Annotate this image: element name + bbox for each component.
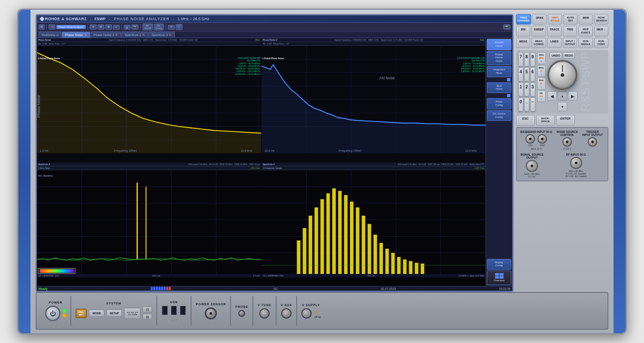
toolbar-config[interactable]: DCConfig — [154, 24, 164, 30]
num-btn-8[interactable]: 8 — [524, 52, 529, 66]
btn-arrow-up-center[interactable]: ▲ — [558, 91, 567, 101]
toolbar-star[interactable]: ★ — [105, 24, 112, 30]
softkey-pulse-config[interactable]: PulseConfig — [487, 98, 511, 109]
btn-trace[interactable]: TRACE — [547, 26, 562, 36]
toolbar-dc[interactable]: DCOn/Off — [143, 24, 153, 30]
btn-keyboard[interactable] — [124, 308, 140, 319]
num-btn-1[interactable]: 1 — [518, 82, 523, 96]
svg-rect-57 — [320, 199, 324, 276]
tab-multiview[interactable]: MultiView ⊞ — [39, 32, 61, 38]
num-btn-0[interactable]: 0 — [518, 97, 523, 111]
svg-rect-62 — [350, 202, 353, 276]
softkey-spot-noise[interactable]: SpotNoise — [487, 82, 511, 93]
btn-setup[interactable]: SETUP — [106, 310, 122, 317]
softkey-xcorr[interactable]: XCORRFactor — [487, 39, 511, 50]
btn-lines[interactable]: LINES — [547, 38, 562, 48]
spec3-swt: 2.0 µs/ — [253, 274, 260, 277]
btn-arrow-down[interactable]: ▼ — [558, 102, 567, 111]
btn-mode[interactable]: MODE — [89, 310, 104, 317]
tab-spectrum4-close[interactable]: ✕ — [169, 33, 172, 37]
btn-backspace[interactable]: BACK-SPACE — [536, 115, 555, 125]
status-bar-1 — [151, 287, 153, 290]
btn-peak-search[interactable]: PEAKSEARCH — [594, 14, 608, 24]
rotary-knob[interactable] — [547, 60, 577, 90]
tab-phase-noise-1[interactable]: Phase Noise ✕ — [62, 32, 90, 38]
softkey-pulsed[interactable]: PulsedPhaseNoise — [487, 51, 511, 65]
num-btn-minus[interactable]: − — [530, 97, 535, 111]
tab-spectrum-3[interactable]: Spectrum 3 ✕ — [122, 32, 148, 38]
fp-vsupply-controls: ⚠ +18 kg — [301, 308, 321, 319]
btn-auto-set[interactable]: AUTOSET — [563, 14, 577, 24]
svg-rect-58 — [326, 193, 330, 276]
svg-text:10.0 Hz: 10.0 Hz — [264, 149, 275, 153]
btn-trig[interactable]: TRIG — [563, 26, 577, 36]
tab-spectrum-4[interactable]: Spectrum 4 ✕ — [149, 32, 175, 38]
tab-phase-noise-2[interactable]: Phase Noise 2 ✕ — [91, 32, 122, 38]
toolbar-info[interactable]: ⓘ — [176, 24, 182, 30]
btn-preset[interactable]: PRE-SET — [76, 309, 87, 318]
num-btn-5[interactable]: 5 — [524, 67, 529, 81]
usb-port-2[interactable] — [170, 305, 177, 316]
toolbar-snapshot[interactable]: 📷 — [131, 24, 139, 30]
toolbar-print[interactable]: 🖨 — [124, 25, 131, 30]
unit-btn-ghz[interactable]: GHzdBm▼ — [537, 52, 546, 64]
btn-mkr-funct[interactable]: MKRFUNCT — [578, 26, 592, 36]
usb-port-3[interactable] — [179, 305, 186, 316]
btn-ampt-scale[interactable]: AMPTSCALE — [548, 14, 562, 24]
btn-mkr-arrow[interactable]: MKR→ — [594, 26, 608, 36]
num-btn-3[interactable]: 3 — [530, 82, 535, 96]
svg-rect-71 — [403, 259, 407, 276]
btn-screen-cap-2[interactable]: ⊟ — [143, 314, 152, 320]
spectrum-3-svg — [37, 170, 261, 278]
softkey-display-config[interactable]: DisplayConfig — [487, 259, 511, 270]
usb-port-1[interactable] — [161, 305, 168, 316]
btn-arrow-left[interactable]: ◀ — [547, 91, 557, 101]
btn-arrow-right[interactable]: ▶ — [568, 91, 577, 101]
num-btn-7[interactable]: 7 — [518, 52, 523, 66]
btn-screen-cap-1[interactable]: ⊡ — [143, 307, 152, 313]
windows-icon[interactable]: ⊞ — [39, 24, 45, 30]
softkey-overview[interactable]: Overview — [487, 271, 511, 285]
toolbar-help[interactable]: ? — [168, 25, 175, 30]
num-btn-2[interactable]: 2 — [524, 82, 529, 96]
unit-btn-hz[interactable]: Hzms▼ — [537, 90, 546, 102]
btn-bw[interactable]: BW — [516, 26, 530, 36]
toolbar-camera[interactable]: 📸 — [503, 24, 510, 30]
tab-spectrum4-label: Spectrum 4 — [152, 33, 168, 37]
btn-run-single[interactable]: RUNSINGLE — [578, 38, 592, 48]
softkey-dc-source[interactable]: DC SourceConfig — [487, 110, 511, 121]
tab-phase1-close[interactable]: ✕ — [84, 33, 87, 37]
toolbar-close[interactable]: ✕ — [90, 24, 97, 30]
btn-meas-config[interactable]: MEASCONFIG — [532, 38, 546, 48]
btn-esc[interactable]: ESC — [516, 115, 535, 125]
btn-span[interactable]: SPAN — [532, 14, 547, 24]
toolbar-add[interactable]: + — [113, 25, 120, 30]
btn-sweep[interactable]: SWEEP — [532, 26, 546, 36]
btn-power[interactable]: ⏻ — [45, 306, 61, 321]
tab-spectrum3-close[interactable]: ✕ — [142, 33, 145, 37]
chart-phase2-title: Phase Noise 2 — [263, 39, 277, 41]
toolbar-back[interactable]: ◁ — [49, 24, 55, 30]
unit-btn-mhz[interactable]: MHzns▲ — [537, 65, 546, 77]
btn-mkr[interactable]: MKR — [579, 14, 593, 24]
btn-enter[interactable]: ENTER — [556, 115, 575, 125]
num-btn-dot[interactable]: . — [524, 97, 529, 111]
unit-btn-khz[interactable]: kHzµs▼ — [537, 78, 546, 90]
softkey-integrated[interactable]: IntegratedMeas — [487, 66, 511, 77]
btn-input-output[interactable]: INPUT /OUTPUT — [563, 38, 577, 48]
fp-probe-controls — [238, 310, 245, 317]
btn-meas[interactable]: MEAS — [516, 38, 530, 48]
usb-symbol: ⋱⋰⋰ — [170, 318, 178, 321]
btn-redo[interactable]: REDO — [563, 52, 575, 59]
btn-freq-channel[interactable]: FREQCHANNEL — [516, 14, 531, 24]
num-btn-4[interactable]: 4 — [518, 67, 523, 81]
tab-phase2-close[interactable]: ✕ — [115, 33, 118, 37]
btn-undo[interactable]: UNDO — [550, 52, 562, 59]
toolbar-grid[interactable]: ⊞ — [97, 24, 104, 30]
num-btn-6[interactable]: 6 — [530, 67, 535, 81]
num-btn-9[interactable]: 9 — [530, 52, 535, 66]
toolbar-sep-2 — [88, 24, 88, 30]
svg-rect-63 — [356, 207, 359, 276]
btn-run-cont[interactable]: RUNCONT — [594, 38, 608, 48]
toolbar-phase-noise-active[interactable]: Phase Noise Analyzer — [56, 25, 86, 29]
